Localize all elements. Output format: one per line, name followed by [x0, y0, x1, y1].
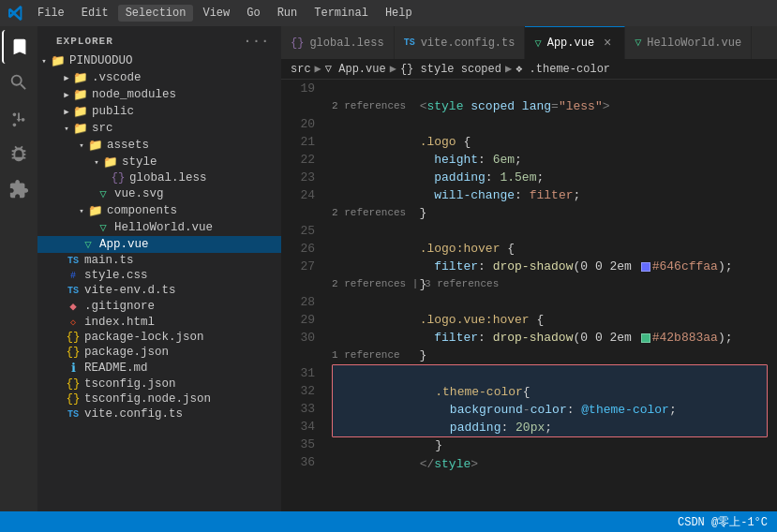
tree-item-vue-svg[interactable]: ▽ vue.svg [37, 185, 281, 202]
code-line-20: .logo { [332, 115, 768, 133]
activity-bar [0, 26, 37, 511]
code-line-28: .logo.vue:hover { [332, 293, 768, 311]
code-line-23: will-change: filter; [332, 169, 768, 186]
breadcrumb-theme-color[interactable]: ❖ .theme-color [516, 62, 610, 76]
line-numbers: 19 20 21 22 23 24 25 26 27 28 29 30 31 3… [281, 80, 328, 511]
ln-29: 29 [281, 311, 315, 329]
ln-28: 28 [281, 293, 315, 311]
tree-item-public[interactable]: ▶ 📁 public [37, 103, 281, 120]
code-line-33: padding: 20px; [333, 401, 767, 419]
tree-item-main-ts[interactable]: TS main.ts [37, 253, 281, 268]
menu-terminal[interactable]: Terminal [306, 5, 376, 22]
main-layout: EXPLORER ··· ▾ 📁 PINDUODUO ▶ 📁 .vscode ▶… [0, 26, 777, 511]
helloworld-label: HelloWorld.vue [114, 221, 281, 234]
ln-31: 31 [281, 364, 315, 382]
tree-root[interactable]: ▾ 📁 PINDUODUO [37, 52, 281, 69]
tab-vite-config[interactable]: TS vite.config.ts [395, 26, 526, 59]
ln-24: 24 [281, 186, 315, 204]
ln-36: 36 [281, 453, 315, 471]
tab-icon-helloworld: ▽ [635, 36, 641, 50]
main-ts-label: main.ts [84, 254, 281, 267]
ln-32: 32 [281, 382, 315, 400]
public-label: public [92, 105, 281, 118]
src-label: src [92, 122, 281, 135]
tree-item-vite-config[interactable]: TS vite.config.ts [37, 406, 281, 421]
status-right: CSDN @零上-1°C [678, 514, 768, 530]
code-line-32: background-color: @theme-color; [333, 383, 767, 401]
code-line-36 [332, 455, 768, 473]
tree-item-vscode[interactable]: ▶ 📁 .vscode [37, 69, 281, 86]
tree-item-gitignore[interactable]: ◆ .gitignore [37, 298, 281, 315]
tree-item-tsconfig-node[interactable]: {} tsconfig.node.json [37, 392, 281, 406]
ln-ref4 [281, 347, 315, 364]
sidebar-title: EXPLORER [56, 36, 113, 47]
tab-global-less[interactable]: {} global.less [281, 26, 395, 59]
breadcrumb-sep1: ▶ [315, 62, 321, 76]
tree-item-node-modules[interactable]: ▶ 📁 node_modules [37, 86, 281, 103]
tab-app-vue[interactable]: ▽ App.vue × [525, 26, 625, 59]
menu-edit[interactable]: Edit [74, 5, 116, 22]
tree-item-style-css[interactable]: # style.css [37, 268, 281, 283]
code-editor[interactable]: 19 20 21 22 23 24 25 26 27 28 29 30 31 3… [281, 80, 777, 511]
breadcrumb-sep2: ▶ [390, 62, 396, 76]
code-line-19: <style scoped lang="less"> [332, 80, 768, 97]
selected-block: .theme-color{ background-color: @theme-c… [332, 364, 768, 437]
tree-item-app-vue[interactable]: ▽ App.vue [37, 236, 281, 253]
breadcrumb-src[interactable]: src [291, 63, 311, 76]
breadcrumb-app-vue[interactable]: ▽ App.vue [325, 62, 386, 76]
vite-env-label: vite-env.d.ts [84, 284, 281, 297]
titlebar: File Edit Selection View Go Run Terminal… [0, 0, 777, 26]
menu-selection[interactable]: Selection [118, 5, 194, 22]
tree-item-helloworld[interactable]: ▽ HelloWorld.vue [37, 219, 281, 236]
ln-23: 23 [281, 169, 315, 186]
tab-label-app-vue: App.vue [547, 37, 594, 50]
tab-icon-global-less: {} [291, 37, 304, 50]
ln-33: 33 [281, 400, 315, 418]
tab-label-global-less: global.less [309, 37, 383, 50]
sidebar: EXPLORER ··· ▾ 📁 PINDUODUO ▶ 📁 .vscode ▶… [37, 26, 281, 511]
ln-25: 25 [281, 222, 315, 240]
tree-item-style[interactable]: ▾ 📁 style [37, 154, 281, 170]
tsconfig-node-label: tsconfig.node.json [84, 392, 281, 406]
ln-34: 34 [281, 418, 315, 436]
menu-file[interactable]: File [30, 5, 72, 22]
gitignore-label: .gitignore [84, 300, 281, 313]
menu-view[interactable]: View [195, 5, 237, 22]
run-debug-icon[interactable] [2, 137, 36, 170]
tree-item-readme[interactable]: ℹ README.md [37, 360, 281, 377]
menu-help[interactable]: Help [378, 5, 420, 22]
vite-config-label: vite.config.ts [84, 407, 281, 421]
menu-go[interactable]: Go [239, 5, 267, 22]
menu-run[interactable]: Run [270, 5, 306, 22]
code-line-29: filter: drop-shadow(0 0 2em #42b883aa); [332, 311, 768, 329]
tree-item-assets[interactable]: ▾ 📁 assets [37, 137, 281, 154]
code-line-35: </style> [332, 437, 768, 455]
source-control-icon[interactable] [2, 101, 36, 135]
tab-bar: {} global.less TS vite.config.ts ▽ App.v… [281, 26, 777, 59]
components-label: components [107, 204, 281, 217]
breadcrumb-style-scoped[interactable]: {} style scoped [400, 63, 501, 76]
tree-item-src[interactable]: ▾ 📁 src [37, 120, 281, 137]
search-icon[interactable] [2, 66, 36, 99]
tree-item-vite-env[interactable]: TS vite-env.d.ts [37, 283, 281, 298]
code-line-27: } [332, 258, 768, 275]
code-line-34: } [333, 419, 767, 436]
explorer-icon[interactable] [2, 30, 36, 64]
vue-svg-label: vue.svg [114, 187, 281, 200]
tree-item-package-lock[interactable]: {} package-lock.json [37, 330, 281, 345]
ln-20: 20 [281, 115, 315, 133]
tree-item-index-html[interactable]: ◇ index.html [37, 315, 281, 330]
tsconfig-label: tsconfig.json [84, 377, 281, 391]
tab-helloworld[interactable]: ▽ HelloWorld.vue [625, 26, 752, 59]
code-line-24: } [332, 186, 768, 204]
tree-item-components[interactable]: ▾ 📁 components [37, 202, 281, 219]
code-line-30: } [332, 329, 768, 347]
tab-close-app-vue[interactable]: × [600, 36, 615, 51]
vscode-logo [7, 5, 24, 22]
sidebar-more-button[interactable]: ··· [244, 34, 270, 49]
tree-item-global-less[interactable]: {} global.less [37, 170, 281, 185]
tab-label-helloworld: HelloWorld.vue [647, 37, 741, 50]
extensions-icon[interactable] [2, 172, 36, 206]
tree-item-package-json[interactable]: {} package.json [37, 345, 281, 360]
tree-item-tsconfig[interactable]: {} tsconfig.json [37, 377, 281, 392]
